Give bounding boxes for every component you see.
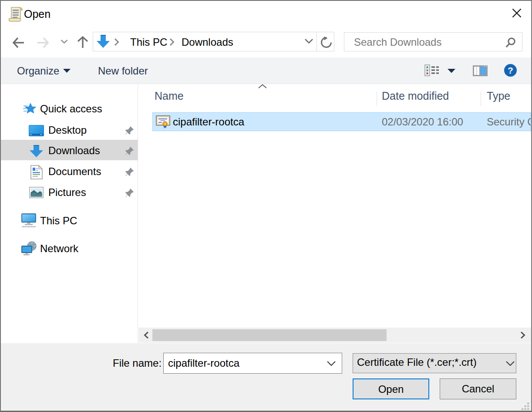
svg-text:?: ? [508, 65, 513, 75]
